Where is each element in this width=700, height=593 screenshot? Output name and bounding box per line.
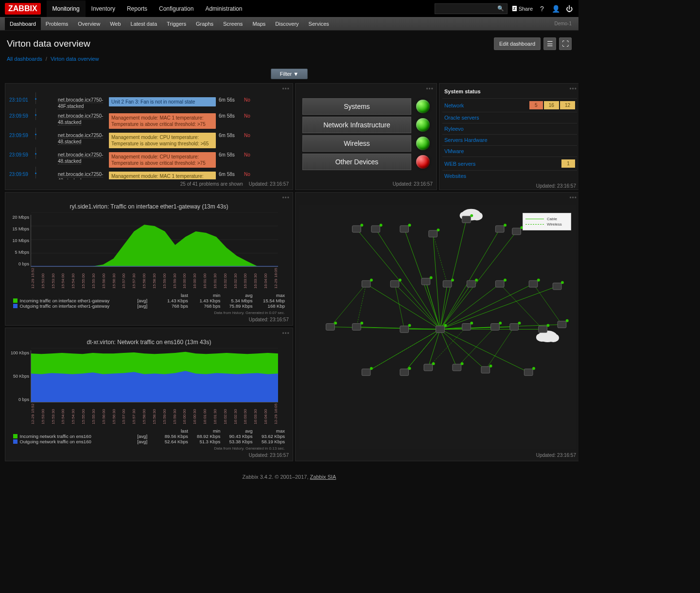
topnav-monitoring[interactable]: Monitoring: [47, 0, 86, 17]
map-node[interactable]: [495, 224, 507, 232]
svg-point-72: [399, 279, 402, 281]
topnav-configuration[interactable]: Configuration: [153, 0, 199, 17]
sys-link[interactable]: Oracle servers: [444, 115, 575, 121]
widget-menu-icon[interactable]: •••: [282, 86, 290, 92]
problem-host[interactable]: net.brocade.icx7250-48.stacked: [58, 152, 109, 164]
widget-menu-icon[interactable]: •••: [282, 194, 290, 201]
graph1-chart[interactable]: 20 Mbps15 Mbps10 Mbps5 Mbps0 bps: [31, 215, 278, 267]
sys-link[interactable]: Ryleevo: [444, 126, 575, 132]
map-node[interactable]: [352, 322, 364, 331]
subnav-discovery[interactable]: Discovery: [270, 17, 303, 30]
map-node[interactable]: [400, 224, 411, 232]
footer-link[interactable]: Zabbix SIA: [310, 474, 336, 480]
map-node[interactable]: [529, 279, 540, 287]
map-node[interactable]: [481, 365, 492, 373]
problem-row[interactable]: 23:09:59 net.brocade.icx7250-48.stacked …: [9, 133, 289, 148]
legend-item[interactable]: Incoming traffic on interface ether1-gat…: [13, 298, 285, 303]
map-node[interactable]: [453, 362, 464, 371]
status-row[interactable]: Systems: [302, 98, 430, 115]
power-icon[interactable]: ⏻: [565, 5, 574, 13]
map-node[interactable]: [462, 322, 473, 331]
map-node[interactable]: [443, 279, 454, 287]
share-button[interactable]: ZShare: [512, 6, 533, 12]
problem-row[interactable]: 23:10:01 net.brocade.icx7750-48F.stacked…: [9, 97, 289, 109]
subnav-web[interactable]: Web: [105, 17, 125, 30]
breadcrumb-current[interactable]: Virton data overview: [51, 56, 99, 62]
topnav-reports[interactable]: Reports: [121, 0, 153, 17]
fullscreen-icon[interactable]: ⛶: [559, 37, 572, 50]
sys-link[interactable]: Servers Hardware: [444, 137, 575, 143]
map-node[interactable]: [390, 279, 402, 287]
map-node[interactable]: [512, 226, 524, 235]
edit-dashboard-button[interactable]: Edit dashboard: [494, 37, 541, 50]
map-node[interactable]: [491, 322, 502, 331]
problem-description[interactable]: Unit 2 Fan 3: Fan is not in normal state: [109, 97, 216, 106]
problem-host[interactable]: net.brocade.icx7250-48.stacked: [58, 172, 109, 179]
filter-button[interactable]: Filter ▼: [271, 69, 308, 79]
map-node[interactable]: [553, 281, 564, 290]
subnav-triggers[interactable]: Triggers: [162, 17, 191, 30]
sys-chip[interactable]: 12: [560, 101, 575, 109]
legend-item[interactable]: Incoming network traffic on ens160[avg]8…: [13, 434, 285, 439]
menu-icon[interactable]: ☰: [543, 37, 556, 50]
widget-menu-icon[interactable]: •••: [569, 86, 577, 92]
map-node[interactable]: [421, 276, 433, 285]
logo[interactable]: ZABBIX: [5, 3, 41, 15]
map-node[interactable]: [400, 367, 411, 376]
map-node[interactable]: [495, 279, 507, 287]
map-node[interactable]: [362, 279, 373, 287]
map-node[interactable]: [524, 367, 535, 376]
legend-item[interactable]: Outgoing traffic on interface ether1-gat…: [13, 303, 285, 309]
problem-row[interactable]: 23:09:59 net.brocade.icx7250-48.stacked …: [9, 172, 289, 179]
network-map[interactable]: CableWireless: [299, 205, 576, 449]
sys-link[interactable]: Websites: [444, 173, 575, 179]
subnav-services[interactable]: Services: [304, 17, 334, 30]
map-node[interactable]: [352, 224, 364, 232]
sys-link[interactable]: Network: [444, 103, 528, 108]
problem-description[interactable]: Management module: CPU temperature: Temp…: [109, 152, 216, 168]
sys-chip[interactable]: 5: [529, 101, 543, 109]
subnav-dashboard[interactable]: Dashboard: [5, 17, 41, 30]
map-node[interactable]: [510, 322, 521, 331]
search-input[interactable]: 🔍: [435, 3, 508, 14]
problem-ack[interactable]: No: [244, 133, 254, 138]
user-icon[interactable]: 👤: [551, 5, 560, 13]
status-row[interactable]: Wireless: [302, 135, 430, 152]
subnav-maps[interactable]: Maps: [247, 17, 270, 30]
help-icon[interactable]: ?: [538, 5, 546, 13]
subnav-overview[interactable]: Overview: [73, 17, 105, 30]
legend-item[interactable]: Outgoing network traffic on ens160[avg]5…: [13, 439, 285, 444]
problem-description[interactable]: Management module: CPU temperature: Temp…: [109, 133, 216, 148]
problem-ack[interactable]: No: [244, 152, 254, 157]
subnav-latest-data[interactable]: Latest data: [126, 17, 162, 30]
problem-ack[interactable]: No: [244, 113, 254, 119]
status-row[interactable]: Network Infrastructure: [302, 117, 430, 133]
problem-row[interactable]: 23:09:59 net.brocade.icx7250-48.stacked …: [9, 152, 289, 168]
graph2-chart[interactable]: 100 Kbps50 Kbps0 bps: [31, 350, 278, 402]
breadcrumb-root[interactable]: All dashboards: [7, 56, 42, 62]
subnav-screens[interactable]: Screens: [218, 17, 247, 30]
sys-link[interactable]: VMware: [444, 148, 575, 154]
widget-menu-icon[interactable]: •••: [282, 330, 290, 337]
sys-link[interactable]: WEB servers: [444, 161, 560, 167]
sys-chip[interactable]: 1: [561, 159, 575, 168]
subnav-graphs[interactable]: Graphs: [191, 17, 218, 30]
problem-ack[interactable]: No: [244, 97, 254, 103]
problem-host[interactable]: net.brocade.icx7250-48.stacked: [58, 113, 109, 125]
topnav-administration[interactable]: Administration: [199, 0, 248, 17]
map-node[interactable]: [362, 367, 373, 376]
map-node[interactable]: [429, 228, 440, 237]
widget-menu-icon[interactable]: •••: [569, 194, 577, 201]
problem-row[interactable]: 23:09:59 net.brocade.icx7250-48.stacked …: [9, 113, 289, 129]
sys-chip[interactable]: 16: [544, 101, 559, 109]
status-row[interactable]: Other Devices: [302, 154, 430, 170]
problem-description[interactable]: Management module: MAC 1 temperature:: [109, 172, 216, 179]
problem-host[interactable]: net.brocade.icx7250-48.stacked: [58, 133, 109, 145]
map-node[interactable]: [326, 322, 337, 331]
problem-ack[interactable]: No: [244, 172, 254, 177]
topnav-inventory[interactable]: Inventory: [86, 0, 121, 17]
problem-host[interactable]: net.brocade.icx7750-48F.stacked: [58, 97, 109, 109]
widget-menu-icon[interactable]: •••: [426, 86, 434, 92]
map-node[interactable]: [371, 224, 383, 232]
problem-description[interactable]: Management module: MAC 1 temperature: Te…: [109, 113, 216, 129]
